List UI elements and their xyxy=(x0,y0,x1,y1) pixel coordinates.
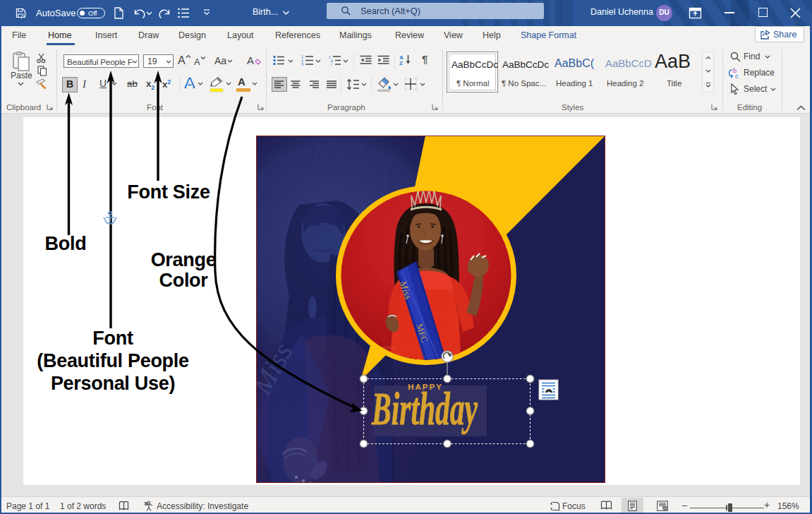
svg-text:c: c xyxy=(735,73,739,79)
svg-text:3: 3 xyxy=(301,62,303,66)
svg-text:Birthday: Birthday xyxy=(371,383,478,434)
svg-text:i: i xyxy=(331,62,332,66)
svg-text:Z: Z xyxy=(399,60,403,66)
